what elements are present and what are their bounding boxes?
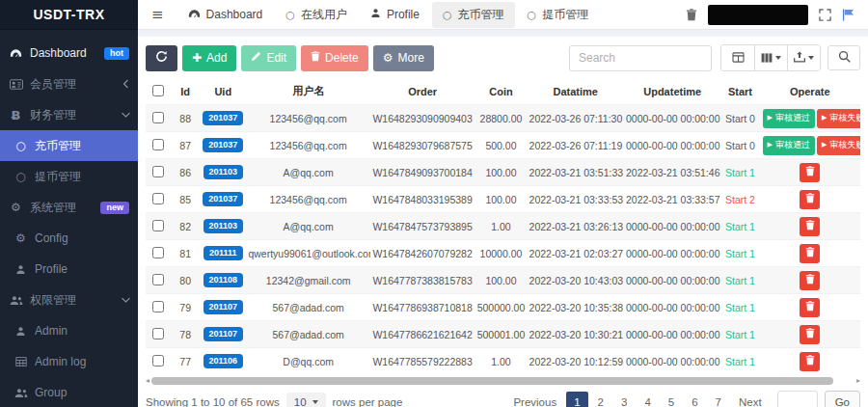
page-jump-input[interactable] <box>777 391 818 407</box>
uid-badge[interactable]: 201037 <box>203 111 243 125</box>
row-delete-button[interactable] <box>800 298 820 317</box>
sidebar-item-permission-mgmt[interactable]: 权限管理 <box>0 285 138 315</box>
uid-badge[interactable]: 201111 <box>203 246 243 260</box>
uid-badge[interactable]: 201107 <box>203 300 244 314</box>
pagination-page-4[interactable]: 4 <box>637 392 658 407</box>
uid-badge[interactable]: 201103 <box>203 219 244 233</box>
sidebar-item-group[interactable]: Group <box>0 377 138 407</box>
sidebar-item-profile[interactable]: Profile <box>0 254 138 285</box>
search-button[interactable] <box>827 45 860 70</box>
cell-operate <box>760 159 860 186</box>
sidebar-item-admin-log[interactable]: Admin log <box>0 346 138 377</box>
row-checkbox[interactable] <box>152 301 164 312</box>
sidebar-item-label: Group <box>35 386 67 399</box>
sidebar-item-withdraw-mgmt[interactable]: ○提币管理 <box>0 161 138 192</box>
sidebar-item-label: 系统管理 <box>30 200 76 216</box>
audit-reject-button[interactable]: ▶审核失败 <box>817 136 860 155</box>
row-delete-button[interactable] <box>800 190 820 209</box>
page-size-select[interactable]: 10 <box>286 393 326 407</box>
cell-operate <box>760 321 860 348</box>
row-checkbox[interactable] <box>152 328 164 339</box>
edit-button[interactable]: Edit <box>241 45 296 71</box>
sidebar: USDT-TRX Dashboardhot会员管理Ƀ财务管理○充币管理○提币管理… <box>0 0 138 407</box>
sidebar-item-label: 会员管理 <box>30 76 76 93</box>
row-checkbox[interactable] <box>152 139 164 150</box>
tab-online-users[interactable]: ○在线用户 <box>275 2 358 28</box>
uid-badge[interactable]: 201107 <box>203 327 244 341</box>
row-delete-button[interactable] <box>800 325 820 344</box>
pagination-page-1[interactable]: 1 <box>566 392 587 407</box>
row-delete-button[interactable] <box>800 244 820 263</box>
pagination-next[interactable]: Next <box>731 392 770 407</box>
pagination-page-2[interactable]: 2 <box>590 392 611 407</box>
table-header: IdUid用户名OrderCoinDatatimeUpdatetimeStart… <box>146 78 860 105</box>
row-checkbox[interactable] <box>152 247 164 258</box>
gear-icon: ⚙ <box>14 232 28 244</box>
audit-approve-button[interactable]: ▶审核通过 <box>763 136 815 155</box>
fullscreen-icon[interactable] <box>819 9 831 21</box>
pagination-page-7[interactable]: 7 <box>708 392 729 407</box>
trash-icon <box>311 51 320 65</box>
table-row: 8020110812342@gmail.comW1647787383815783… <box>146 267 860 294</box>
uid-badge[interactable]: 201037 <box>203 138 243 152</box>
sidebar-item-member-mgmt[interactable]: 会员管理 <box>0 68 138 99</box>
card-view-button[interactable] <box>721 45 754 70</box>
audit-approve-button[interactable]: ▶审核通过 <box>763 109 815 128</box>
uid-badge[interactable]: 201103 <box>203 165 244 179</box>
row-checkbox[interactable] <box>152 220 164 231</box>
add-button[interactable]: ✚ Add <box>182 45 236 71</box>
select-all-checkbox[interactable] <box>152 85 164 96</box>
row-checkbox[interactable] <box>152 193 164 204</box>
sidebar-item-admin[interactable]: Admin <box>0 315 138 346</box>
scroll-left-icon[interactable]: ◂ <box>146 377 149 385</box>
row-delete-button[interactable] <box>800 271 820 290</box>
row-checkbox[interactable] <box>152 274 164 285</box>
gear-icon: ⚙ <box>383 52 393 64</box>
uid-badge[interactable]: 201106 <box>203 354 244 368</box>
sidebar-item-label: Profile <box>35 262 68 276</box>
row-checkbox[interactable] <box>152 355 164 366</box>
columns-toggle-button[interactable] <box>754 45 787 70</box>
tab-profile[interactable]: Profile <box>360 3 430 26</box>
export-button[interactable] <box>787 45 820 70</box>
pagination-page-5[interactable]: 5 <box>661 392 682 407</box>
delete-button[interactable]: Delete <box>301 45 368 71</box>
hamburger-menu-icon[interactable]: ≡ <box>151 6 164 23</box>
sidebar-item-config[interactable]: ⚙Config <box>0 223 138 254</box>
sidebar-item-deposit-mgmt[interactable]: ○充币管理 <box>0 130 138 161</box>
language-flag-icon[interactable] <box>842 9 854 21</box>
cell-start: Start 1 <box>720 294 759 321</box>
row-checkbox[interactable] <box>152 112 164 123</box>
audit-reject-button[interactable]: ▶审核失败 <box>817 109 860 128</box>
uid-badge[interactable]: 201037 <box>203 192 243 206</box>
sidebar-item-finance-mgmt[interactable]: Ƀ财务管理 <box>0 99 138 130</box>
scroll-right-icon[interactable]: ▸ <box>856 377 860 385</box>
search-input[interactable] <box>569 45 712 71</box>
scrollbar-track[interactable] <box>151 377 854 385</box>
scrollbar-thumb[interactable] <box>151 377 833 385</box>
sidebar-item-system-mgmt[interactable]: ⚙系统管理new <box>0 192 138 223</box>
row-checkbox[interactable] <box>152 166 164 177</box>
cell-datatime: 2022-03-21 03:33:53 <box>528 186 624 213</box>
row-delete-button[interactable] <box>800 352 820 371</box>
cell-username: 123456@qq.com <box>246 132 370 159</box>
more-button[interactable]: ⚙ More <box>373 45 434 71</box>
tab-dashboard[interactable]: Dashboard <box>177 3 274 26</box>
uid-badge[interactable]: 201108 <box>203 273 244 287</box>
go-button[interactable]: Go <box>825 391 860 407</box>
tab-deposit-mgmt[interactable]: ○充币管理 <box>432 2 515 28</box>
tab-label: Profile <box>387 8 420 21</box>
pagination-page-3[interactable]: 3 <box>613 392 635 407</box>
row-delete-button[interactable] <box>800 217 820 236</box>
trash-icon[interactable] <box>686 9 697 21</box>
tab-withdraw-mgmt[interactable]: ○提币管理 <box>517 2 600 28</box>
refresh-button[interactable] <box>146 45 177 71</box>
toolbar-right <box>569 44 860 71</box>
cell-coin: 500001.00 <box>475 321 527 348</box>
pagination-previous[interactable]: Previous <box>505 392 564 407</box>
pencil-icon <box>251 51 261 65</box>
sidebar-item-dashboard[interactable]: Dashboardhot <box>0 38 138 68</box>
pagination-page-6[interactable]: 6 <box>684 392 705 407</box>
row-delete-button[interactable] <box>800 163 820 182</box>
sidebar-item-label: 充币管理 <box>35 138 81 154</box>
